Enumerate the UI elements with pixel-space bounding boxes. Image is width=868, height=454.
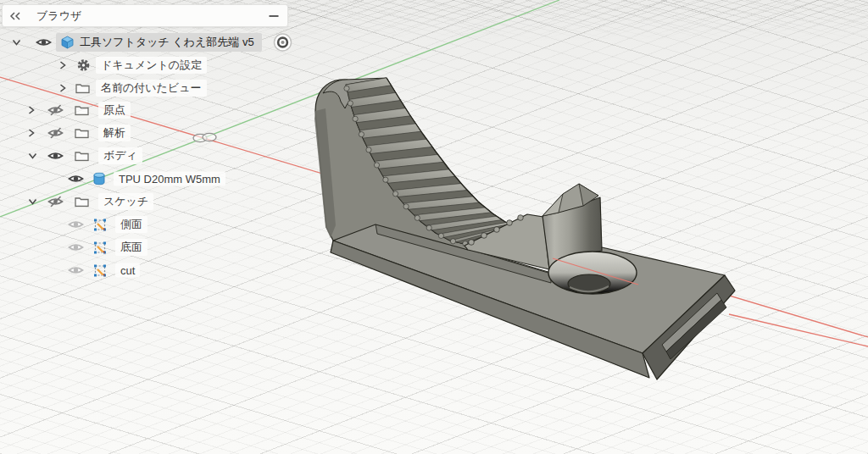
tree-row-analysis[interactable]: 解析 <box>0 125 314 141</box>
tree-row-sketch-side[interactable]: 側面 <box>0 216 314 233</box>
folder-icon <box>75 83 90 94</box>
folder-icon <box>75 128 89 139</box>
tree-row-bodies[interactable]: ボディ <box>0 147 314 164</box>
tree-row-named-views[interactable]: 名前の付いたビュー <box>0 80 314 97</box>
sketch-icon <box>93 218 108 232</box>
sketch-icon <box>93 241 108 255</box>
tree-item-label[interactable]: ボディ <box>98 147 142 164</box>
eye-visible-icon[interactable] <box>36 37 52 48</box>
eye-visible-icon[interactable] <box>68 174 84 185</box>
gear-icon <box>76 58 91 73</box>
tree-row-sketches[interactable]: スケッチ <box>0 193 314 210</box>
tree-item-label[interactable]: スケッチ <box>98 193 153 210</box>
tree-item-label[interactable]: 底面 <box>115 239 147 256</box>
fusion-viewport: ブラウザ 工具ソフトタッチ くわえ部先端 v5 <box>0 0 868 454</box>
eye-dim-icon[interactable] <box>68 265 84 276</box>
chevron-down-icon[interactable] <box>28 152 37 159</box>
tree-item-label[interactable]: ドキュメントの設定 <box>96 57 207 74</box>
chevron-right-icon[interactable] <box>28 129 35 138</box>
tree-row-sketch-bottom[interactable]: 底面 <box>0 239 314 256</box>
folder-icon <box>75 105 89 116</box>
chevron-down-icon[interactable] <box>12 39 21 46</box>
chevron-right-icon[interactable] <box>59 61 66 70</box>
eye-visible-icon[interactable] <box>47 151 64 162</box>
eye-hidden-icon[interactable] <box>47 197 64 208</box>
activate-radio-icon[interactable] <box>273 33 292 53</box>
tree-item-label[interactable]: 解析 <box>98 125 131 141</box>
model-hole[interactable] <box>568 274 610 293</box>
sketch-icon <box>93 263 108 278</box>
tree-item-label[interactable]: 側面 <box>115 216 147 233</box>
model-body-tpu[interactable] <box>314 78 735 379</box>
tree-item-label[interactable]: TPU D20mm W5mm <box>114 172 225 186</box>
tree-item-label[interactable]: 原点 <box>98 102 131 119</box>
root-document-chip[interactable]: 工具ソフトタッチ くわえ部先端 v5 <box>56 33 262 52</box>
tree-row-root[interactable]: 工具ソフトタッチ くわえ部先端 v5 <box>0 34 314 51</box>
tree-item-label[interactable]: cut <box>115 263 140 278</box>
tree-row-body-tpu[interactable]: TPU D20mm W5mm <box>0 170 314 187</box>
tree-row-sketch-cut[interactable]: cut <box>0 262 314 279</box>
panel-title: ブラウザ <box>36 8 81 24</box>
folder-icon <box>75 151 89 162</box>
component-cube-icon <box>61 36 74 49</box>
browser-panel: ブラウザ 工具ソフトタッチ くわえ部先端 v5 <box>0 0 322 288</box>
folder-icon <box>75 197 89 208</box>
chevron-down-icon[interactable] <box>28 198 37 205</box>
panel-minimize-icon[interactable] <box>269 14 279 18</box>
browser-panel-header[interactable]: ブラウザ <box>2 4 288 27</box>
eye-hidden-icon[interactable] <box>47 128 64 139</box>
chevron-right-icon[interactable] <box>59 84 66 93</box>
eye-dim-icon[interactable] <box>68 219 84 230</box>
tree-row-origin[interactable]: 原点 <box>0 102 314 119</box>
chevron-right-icon[interactable] <box>28 106 35 115</box>
root-document-label: 工具ソフトタッチ くわえ部先端 v5 <box>80 35 254 50</box>
body-cylinder-icon <box>93 173 105 185</box>
tree-item-label[interactable]: 名前の付いたビュー <box>96 80 207 97</box>
eye-dim-icon[interactable] <box>68 242 84 253</box>
eye-hidden-icon[interactable] <box>47 105 64 116</box>
tree-row-doc-settings[interactable]: ドキュメントの設定 <box>0 57 314 74</box>
panel-collapse-icon[interactable] <box>9 12 21 20</box>
